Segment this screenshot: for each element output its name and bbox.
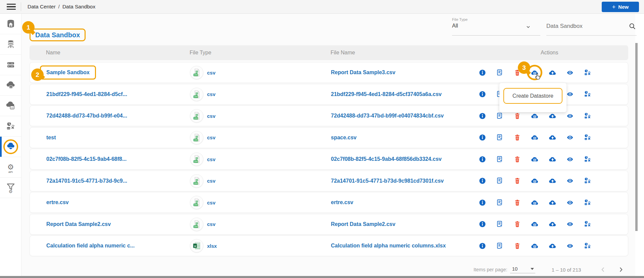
hamburger-menu-icon[interactable] (7, 4, 16, 10)
sandbox-name-link[interactable]: 21bdf229-f945-4ed1-8284-d5cf... (46, 91, 127, 97)
create-datastore-icon[interactable] (531, 242, 539, 250)
delete-icon[interactable] (513, 198, 522, 206)
info-icon[interactable] (478, 177, 486, 185)
upload-icon[interactable] (548, 242, 556, 250)
info-icon[interactable] (478, 220, 486, 228)
file-name-link[interactable]: Calculation field alpha numeric columns.… (331, 243, 446, 248)
upload-icon[interactable] (548, 134, 556, 142)
copy-filter-icon[interactable] (496, 68, 504, 77)
sidebar-item-database-network[interactable] (0, 34, 21, 55)
remove-datastore-icon[interactable] (584, 198, 592, 206)
info-icon[interactable] (478, 155, 486, 163)
create-datastore-icon[interactable] (531, 198, 539, 206)
file-name-link[interactable]: 72d42488-dd73-47bd-b99f-e04074834cbf.csv (331, 113, 444, 119)
search-icon[interactable] (629, 22, 636, 30)
sandbox-name-link[interactable]: Calculation field alpha numeric c... (46, 243, 135, 248)
column-header-actions: Actions (541, 50, 558, 56)
remove-datastore-icon[interactable] (584, 177, 592, 185)
sandbox-name-link[interactable]: 72a14701-91c5-4771-b73d-9c9... (46, 178, 127, 184)
remove-datastore-icon[interactable] (584, 112, 592, 120)
new-button[interactable]: + New (602, 2, 639, 12)
file-name-link[interactable]: space.csv (331, 135, 357, 140)
preview-icon[interactable] (566, 177, 574, 185)
upload-icon[interactable] (548, 112, 556, 120)
info-icon[interactable] (478, 112, 486, 120)
remove-datastore-icon[interactable] (584, 68, 592, 77)
create-datastore-icon[interactable] (531, 134, 539, 142)
sidebar-item-funnel-settings[interactable]: ⚙ (0, 178, 21, 198)
remove-datastore-icon[interactable] (584, 155, 592, 163)
preview-icon[interactable] (566, 134, 574, 142)
preview-icon[interactable] (566, 155, 574, 163)
sidebar-item-cloud-code[interactable]: </> (0, 96, 21, 116)
create-datastore-icon[interactable] (531, 177, 539, 185)
upload-icon[interactable] (548, 220, 556, 228)
create-datastore-icon[interactable] (531, 220, 539, 228)
sandbox-name-link[interactable]: test (46, 135, 56, 140)
sandbox-name-link[interactable]: Sample Sandbox (46, 70, 90, 75)
svg-text:CSV: CSV (194, 139, 198, 141)
sidebar-item-cloud-database[interactable] (0, 75, 21, 96)
table-row: Calculation field alpha numeric c... CSV… (30, 235, 628, 256)
delete-icon[interactable] (513, 112, 522, 120)
delete-icon[interactable] (513, 220, 522, 228)
upload-icon[interactable] (548, 155, 556, 163)
file-name-link[interactable]: ertre.csv (331, 199, 353, 205)
upload-icon[interactable] (548, 177, 556, 185)
sidebar-item-datacenter-home[interactable] (0, 14, 21, 34)
search-input[interactable]: Data Sandbox (546, 19, 637, 36)
info-icon[interactable] (478, 198, 486, 206)
info-icon[interactable] (478, 242, 486, 250)
remove-datastore-icon[interactable] (584, 134, 592, 142)
copy-filter-icon[interactable] (496, 155, 504, 163)
copy-filter-icon[interactable] (496, 198, 504, 206)
copy-filter-icon[interactable] (496, 177, 504, 185)
next-page-icon[interactable] (617, 266, 625, 273)
top-bar: Data Center / Data Sandbox + New (0, 0, 644, 14)
sandbox-name-link[interactable]: Report Data Sample2.csv (46, 221, 111, 227)
info-icon[interactable] (478, 134, 486, 142)
delete-icon[interactable] (513, 155, 522, 163)
remove-datastore-icon[interactable] (584, 242, 592, 250)
sidebar-item-data-sandbox[interactable] (0, 137, 21, 157)
file-name-link[interactable]: 21bdf229-f945-4ed1-8284-d5cf37405a6a.csv (331, 91, 442, 97)
file-name-link[interactable]: 72a14701-91c5-4771-b73d-9c981cd7301f.csv (331, 178, 444, 184)
info-icon[interactable] (478, 68, 486, 77)
copy-filter-icon[interactable] (496, 220, 504, 228)
copy-filter-icon[interactable] (496, 112, 504, 120)
preview-icon[interactable] (566, 68, 574, 77)
preview-icon[interactable] (566, 198, 574, 206)
sandbox-name-link[interactable]: 72d42488-dd73-47bd-b99f-e04... (46, 113, 127, 119)
file-name-link[interactable]: Report Data Sample3.csv (331, 70, 395, 75)
file-name-link[interactable]: Report Data Sample2.csv (331, 221, 395, 227)
copy-filter-icon[interactable] (496, 134, 504, 142)
sidebar-item-api[interactable]: ⚙API (0, 157, 21, 178)
previous-page-icon[interactable] (599, 266, 607, 273)
preview-icon[interactable] (566, 242, 574, 250)
copy-filter-icon[interactable] (496, 242, 504, 250)
file-type-label: csv (207, 200, 215, 205)
delete-icon[interactable] (513, 242, 522, 250)
delete-icon[interactable] (513, 134, 522, 142)
vertical-scrollbar[interactable] (635, 43, 638, 231)
breadcrumb-data-center[interactable]: Data Center (28, 4, 56, 10)
upload-icon[interactable] (548, 198, 556, 206)
file-type-select[interactable]: File Type All (452, 17, 540, 36)
sandbox-name-link[interactable]: 02c7f08b-82f5-4c15-9ab4-68f8... (46, 156, 127, 162)
preview-icon[interactable] (566, 90, 574, 98)
sandbox-name-link[interactable]: ertre.csv (46, 199, 69, 205)
create-datastore-icon[interactable] (531, 155, 539, 163)
breadcrumb-data-sandbox[interactable]: Data Sandbox (62, 4, 95, 10)
items-per-page-select[interactable]: 10 (510, 266, 535, 273)
remove-datastore-icon[interactable] (584, 220, 592, 228)
delete-icon[interactable] (513, 177, 522, 185)
file-name-link[interactable]: 02c7f08b-82f5-4c15-9ab4-68f856db3324.csv (331, 156, 442, 162)
create-datastore-icon[interactable] (531, 112, 539, 120)
info-icon[interactable] (478, 90, 486, 98)
sidebar-item-server-racks[interactable] (0, 55, 21, 75)
sidebar-item-data-sync[interactable] (0, 116, 21, 137)
preview-icon[interactable] (566, 220, 574, 228)
preview-icon[interactable] (566, 112, 574, 120)
remove-datastore-icon[interactable] (584, 90, 592, 98)
upload-icon[interactable] (548, 68, 556, 77)
